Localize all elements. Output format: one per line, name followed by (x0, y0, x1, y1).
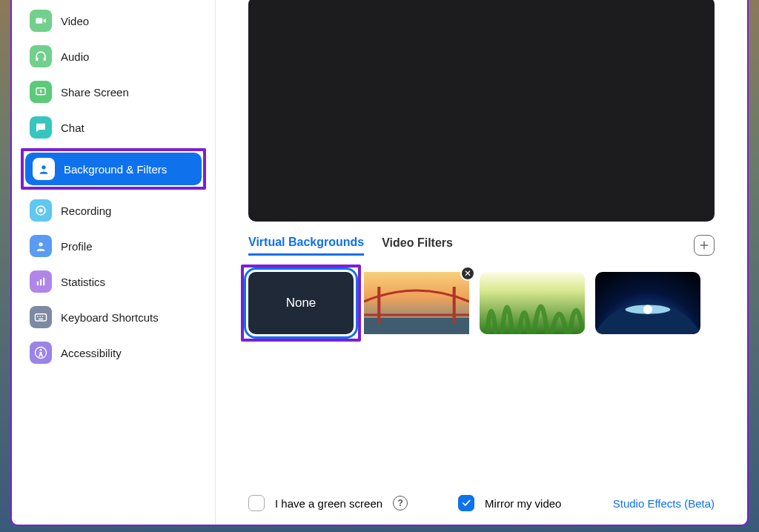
headphones-icon (30, 45, 52, 67)
tab-virtual-backgrounds[interactable]: Virtual Backgrounds (248, 236, 364, 256)
person-square-icon (33, 158, 55, 180)
svg-point-12 (37, 316, 39, 317)
svg-rect-15 (39, 319, 44, 320)
sidebar-item-video[interactable]: Video (22, 4, 205, 37)
record-icon (30, 199, 52, 222)
sidebar-item-profile[interactable]: Profile (22, 230, 205, 262)
mirror-video-label: Mirror my video (485, 497, 561, 510)
sidebar-item-label: Background & Filters (64, 163, 167, 176)
svg-point-17 (40, 349, 42, 351)
help-icon[interactable]: ? (393, 496, 408, 511)
footer-row: I have a green screen ? Mirror my video … (248, 495, 715, 511)
sidebar-item-share-screen[interactable]: Share Screen (22, 76, 205, 108)
svg-rect-1 (36, 58, 38, 61)
sidebar-item-accessibility[interactable]: Accessibility (22, 336, 205, 369)
sidebar-item-label: Video (61, 15, 89, 27)
backgrounds-grid: None ✕ (248, 272, 715, 334)
svg-point-21 (643, 305, 652, 314)
svg-rect-9 (40, 279, 42, 285)
sidebar-item-chat[interactable]: Chat (22, 111, 205, 144)
keyboard-icon (30, 306, 52, 328)
sidebar-item-background-filters[interactable]: Background & Filters (25, 153, 202, 185)
svg-point-13 (39, 316, 41, 317)
bg-option-grass[interactable] (480, 272, 585, 334)
add-background-button[interactable] (694, 235, 715, 256)
svg-point-4 (42, 165, 45, 169)
svg-rect-0 (36, 18, 42, 24)
bg-option-earth[interactable] (595, 272, 700, 334)
svg-rect-8 (37, 282, 39, 285)
sidebar-item-label: Chat (61, 122, 84, 134)
sidebar-item-keyboard-shortcuts[interactable]: Keyboard Shortcuts (22, 301, 205, 333)
svg-point-14 (42, 316, 44, 317)
video-icon (30, 10, 52, 32)
mirror-video-checkbox[interactable] (458, 495, 474, 511)
tab-video-filters[interactable]: Video Filters (382, 236, 453, 254)
remove-bg-icon[interactable]: ✕ (460, 266, 475, 281)
bg-option-golden-gate[interactable]: ✕ (364, 272, 469, 334)
sidebar-item-label: Keyboard Shortcuts (61, 311, 159, 324)
settings-content: Virtual Backgrounds Video Filters None (216, 0, 747, 525)
sidebar-item-label: Profile (61, 240, 93, 253)
profile-icon (30, 235, 52, 257)
svg-rect-10 (43, 278, 44, 286)
svg-rect-11 (36, 314, 47, 321)
chat-icon (30, 116, 52, 139)
sidebar-item-audio[interactable]: Audio (22, 40, 205, 73)
sidebar-item-label: Audio (61, 50, 89, 63)
settings-window: Video Audio Share Screen Chat (10, 0, 749, 526)
highlight-box-bg-none: None (241, 265, 361, 342)
svg-point-6 (39, 208, 42, 212)
sidebar-item-label: Recording (61, 205, 111, 217)
share-screen-icon (30, 81, 52, 103)
bg-option-none[interactable]: None (248, 272, 354, 334)
green-screen-checkbox[interactable] (248, 495, 265, 511)
video-preview (248, 0, 715, 222)
svg-point-7 (39, 242, 42, 246)
accessibility-icon (30, 342, 52, 364)
stats-icon (30, 270, 52, 293)
tabs-row: Virtual Backgrounds Video Filters (248, 235, 715, 256)
sidebar-item-recording[interactable]: Recording (22, 194, 205, 227)
settings-sidebar: Video Audio Share Screen Chat (12, 0, 216, 525)
svg-rect-2 (44, 58, 46, 61)
sidebar-item-label: Statistics (61, 276, 105, 288)
highlight-box-background-filters: Background & Filters (21, 148, 206, 190)
sidebar-item-statistics[interactable]: Statistics (22, 265, 205, 298)
bg-none-label: None (286, 296, 316, 310)
sidebar-item-label: Share Screen (61, 86, 129, 99)
green-screen-label: I have a green screen (275, 497, 382, 510)
studio-effects-link[interactable]: Studio Effects (Beta) (613, 497, 715, 510)
sidebar-item-label: Accessibility (61, 347, 122, 359)
